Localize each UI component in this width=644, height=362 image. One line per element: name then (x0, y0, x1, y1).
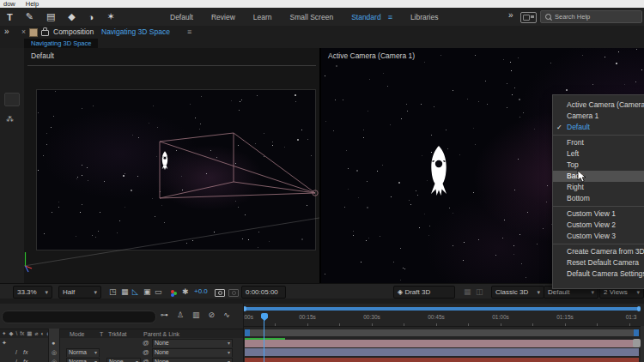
search-input[interactable] (555, 13, 632, 21)
menu-item-custom-view-3[interactable]: Custom View 3 (553, 231, 644, 242)
extended-viewer-icon[interactable]: ◫ (476, 287, 483, 296)
workspace-menu-icon[interactable]: ≡ (388, 13, 392, 21)
navigator-bar[interactable] (245, 307, 639, 311)
switch-header-icon[interactable]: ◆ (9, 330, 13, 337)
graph-editor-icon[interactable]: ∿ (223, 311, 230, 319)
menu-item-camera-1[interactable]: Camera 1 (553, 111, 644, 122)
renderer-dropdown[interactable]: Classic 3D▾ (491, 286, 544, 299)
fx-switch-icon[interactable]: fx (23, 359, 27, 362)
workspace-libraries[interactable]: Libraries (410, 13, 439, 21)
brush-tool-icon[interactable]: ✎ (26, 11, 33, 22)
menu-item-back[interactable]: Back (553, 171, 644, 182)
menu-window[interactable]: dow (3, 0, 15, 8)
panel-comp-name[interactable]: Navigating 3D Space (101, 26, 170, 38)
eraser-tool-icon[interactable]: ◆ (68, 11, 75, 22)
parent-dropdown[interactable]: None▾ (152, 358, 233, 362)
menu-item-custom-view-2[interactable]: Custom View 2 (553, 220, 644, 231)
work-area-bar[interactable] (245, 329, 639, 336)
timeline-search-field[interactable] (2, 311, 156, 323)
frame-blending-icon[interactable]: ▥ (192, 311, 200, 319)
layer-bar-1[interactable] (245, 340, 639, 347)
workspace-default[interactable]: Default (170, 13, 193, 21)
quality-switch-icon[interactable]: / (15, 349, 17, 355)
panel-expander-icon[interactable]: » (4, 26, 9, 38)
pickwhip-icon[interactable]: @ (143, 339, 149, 347)
resolution-dropdown[interactable]: Half▾ (58, 286, 101, 299)
workspace-review[interactable]: Review (211, 13, 235, 21)
workspace-overflow-icon[interactable]: » (508, 10, 513, 20)
comp-marker-bin[interactable] (633, 339, 641, 347)
rocket-layer-mini[interactable] (162, 151, 168, 170)
workspace-standard[interactable]: Standard (351, 13, 381, 21)
switch-header-icon[interactable]: ◐ (40, 330, 44, 337)
rocket-layer[interactable] (424, 144, 453, 199)
switch-header-icon[interactable]: \ (15, 330, 17, 337)
menu-item-front[interactable]: Front (553, 137, 644, 148)
mini-flowchart-icon[interactable]: ⊶ (161, 311, 168, 319)
region-of-interest-icon[interactable]: ▣ (143, 287, 151, 296)
switch-header-icon[interactable]: ▦ (27, 330, 32, 337)
transparency-grid-icon[interactable]: ▦ (121, 287, 129, 296)
stamp-tool-icon[interactable]: ▤ (46, 11, 55, 22)
menu-item-bottom[interactable]: Bottom (553, 193, 644, 204)
menu-item-default-camera-settings[interactable]: Default Camera Settings... (553, 268, 644, 280)
menu-item-top[interactable]: Top (553, 160, 644, 171)
menu-item-create-camera[interactable]: Create Camera from 3D View (553, 246, 644, 257)
switch-header-icon[interactable]: ✦ (2, 330, 6, 337)
shy-layers-icon[interactable]: ♙ (177, 311, 184, 319)
panel-title[interactable]: Composition (53, 26, 94, 38)
viewport-default[interactable]: Default (24, 48, 319, 283)
timeline-split-divider[interactable] (243, 304, 244, 362)
motion-blur-icon[interactable]: ⊘ (209, 311, 216, 319)
menu-item-active-camera[interactable]: Active Camera (Camera 1) (553, 100, 644, 111)
layer-row-3[interactable]: / fx Norma▾ None▾ @ None▾ (0, 357, 243, 362)
roto-brush-tool-icon[interactable]: ◑ (88, 12, 94, 22)
comp-navigator-tab[interactable]: Navigating 3D Space (24, 39, 98, 48)
layer-switch-icon[interactable]: ◎ (52, 359, 57, 362)
blend-mode-dropdown[interactable]: Norma▾ (66, 358, 100, 362)
timeline-vertical-scrollbar[interactable] (641, 326, 644, 362)
exposure-gear-icon[interactable]: ✱ (182, 287, 189, 296)
preview-time-value[interactable]: 0:00:05:00 (241, 286, 286, 299)
column-mode[interactable]: Mode (70, 331, 85, 337)
show-snapshot-icon[interactable] (228, 289, 239, 297)
menu-item-left[interactable]: Left (553, 148, 644, 160)
quality-switch-icon[interactable]: / (15, 359, 17, 362)
layer-bar-2[interactable] (245, 348, 639, 356)
panel-close-icon[interactable]: × (21, 26, 26, 38)
exposure-value[interactable]: +0.0 (194, 287, 208, 295)
layer-switch-icon[interactable]: ◎ (52, 349, 57, 356)
workspace-small-screen[interactable]: Small Screen (290, 13, 334, 21)
timeline-navigator[interactable] (243, 306, 641, 311)
column-parent-link[interactable]: Parent & Link (143, 331, 179, 337)
lock-icon[interactable] (41, 30, 49, 36)
guides-icon[interactable]: ▭ (155, 287, 162, 296)
preview-toggle-icon[interactable]: ◳ (109, 287, 117, 296)
menu-item-default[interactable]: ✓Default (553, 122, 644, 133)
layer-bar-3[interactable] (245, 358, 639, 362)
layer-switch-icon[interactable]: ● (52, 340, 55, 346)
menu-help[interactable]: Help (26, 0, 39, 8)
panel-menu-icon[interactable]: ≡ (187, 26, 191, 38)
snapshot-camera-icon[interactable] (215, 289, 225, 297)
draft-3d-button[interactable]: ◈ Draft 3D (393, 286, 455, 299)
workspace-bar-icon[interactable] (520, 12, 537, 23)
side-strip-button[interactable] (4, 93, 20, 106)
puppet-pin-tool-icon[interactable]: ✶ (106, 11, 114, 22)
ground-plane-icon[interactable]: ▦ (464, 287, 471, 296)
menu-item-reset-default-camera[interactable]: Reset Default Camera (553, 257, 644, 268)
switch-header-icon[interactable]: ⌀ (34, 330, 38, 337)
column-t[interactable]: T (100, 331, 103, 337)
pickwhip-icon[interactable]: @ (143, 348, 149, 356)
switch-header-icon[interactable]: fx (20, 330, 24, 337)
flowchart-icon[interactable]: ⁂ (6, 115, 14, 124)
pickwhip-icon[interactable]: @ (143, 358, 149, 362)
magnification-dropdown[interactable]: 33.3%▾ (13, 286, 52, 299)
column-trkmat[interactable]: TrkMat (108, 331, 127, 337)
type-tool-icon[interactable]: T (7, 12, 13, 22)
fx-switch-icon[interactable]: fx (23, 349, 27, 355)
menu-item-custom-view-1[interactable]: Custom View 1 (553, 208, 644, 220)
workspace-learn[interactable]: Learn (253, 13, 272, 21)
menu-item-right[interactable]: Right (553, 182, 644, 193)
trkmat-dropdown[interactable]: None▾ (106, 358, 141, 362)
